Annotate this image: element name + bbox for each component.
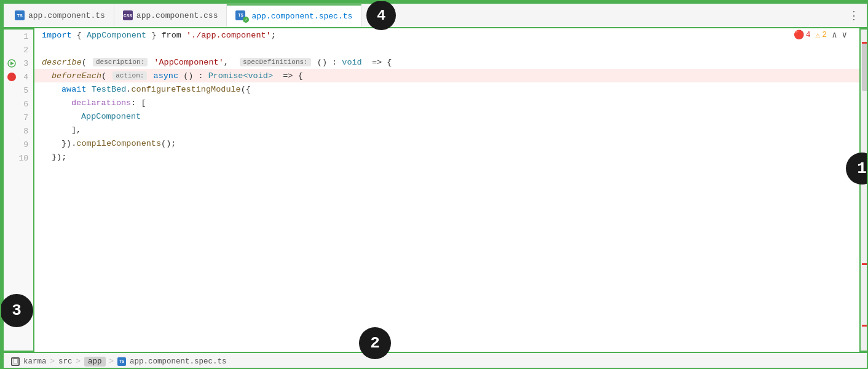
status-bar: □ karma > src > app > TS app.component.s… xyxy=(2,352,868,369)
code-line-4: beforeEach( action: async () : Promise<v… xyxy=(34,69,859,82)
line-num-8: 8 xyxy=(4,124,33,138)
svg-marker-1 xyxy=(10,62,14,65)
editor-container: TS app.component.ts CSS app.component.cs… xyxy=(1,1,868,369)
nav-up[interactable]: ∧ xyxy=(832,30,837,40)
line-num-10: 10 xyxy=(4,151,33,165)
line-numbers: 1 2 3 4 5 6 7 8 9 xyxy=(2,28,34,352)
code-area[interactable]: 🔴 4 ⚠ 2 ∧ ∨ import { AppComponent } from… xyxy=(34,28,859,352)
scrollbar-mark-3 xyxy=(862,325,868,327)
status-sep-2: > xyxy=(76,357,81,366)
scrollbar-mark-2 xyxy=(862,263,868,265)
tab-label: app.component.css xyxy=(136,11,218,20)
status-filename: app.component.spec.ts xyxy=(130,357,227,366)
tab-app-spec[interactable]: TS ✓ app.component.spec.ts xyxy=(227,4,361,26)
code-line-2 xyxy=(34,42,859,55)
badge-3: 3 xyxy=(0,294,33,327)
code-line-3: describe( description: 'AppComponent', s… xyxy=(34,55,859,69)
run-indicator xyxy=(7,59,16,68)
line-num-6: 6 xyxy=(4,97,33,111)
code-line-8: ], xyxy=(34,123,859,137)
css-icon: CSS xyxy=(123,10,133,20)
ts-spec-icon: TS ✓ xyxy=(235,10,248,22)
status-app: app xyxy=(84,357,106,367)
tab-label: app.component.ts xyxy=(28,11,105,20)
line-num-3: 3 xyxy=(4,57,33,70)
breakpoint-dot xyxy=(7,73,16,81)
status-karma: karma xyxy=(23,357,47,366)
tab-app-ts[interactable]: TS app.component.ts xyxy=(6,4,114,26)
line-num-1: 1 xyxy=(4,30,33,43)
code-line-1: import { AppComponent } from './app.comp… xyxy=(34,28,859,42)
error-number: 4 xyxy=(806,30,811,39)
scrollbar-mark-1 xyxy=(862,42,868,44)
badge-2: 2 xyxy=(359,327,391,359)
line-num-9: 9 xyxy=(4,138,33,151)
status-sep-1: > xyxy=(50,357,55,366)
status-sep-3: > xyxy=(109,357,114,366)
tab-more[interactable]: ⋮ xyxy=(843,6,864,25)
tab-bar: TS app.component.ts CSS app.component.cs… xyxy=(2,2,868,28)
ts-status-icon: TS xyxy=(117,357,126,366)
line-num-2: 2 xyxy=(4,43,33,57)
line-num-7: 7 xyxy=(4,111,33,124)
warning-number: 2 xyxy=(822,30,827,39)
scrollbar-thumb[interactable] xyxy=(862,42,868,91)
code-line-5: await TestBed.configureTestingModule({ xyxy=(34,82,859,96)
scrollbar[interactable]: 1 xyxy=(859,28,868,352)
warning-icon: ⚠ xyxy=(815,30,820,40)
error-icon: 🔴 xyxy=(794,30,804,40)
error-count: 🔴 4 xyxy=(794,30,811,40)
tab-app-css[interactable]: CSS app.component.css xyxy=(114,4,227,26)
error-bar: 🔴 4 ⚠ 2 ∧ ∨ xyxy=(794,30,847,40)
line-num-5: 5 xyxy=(4,84,33,97)
badge-4: 4 xyxy=(366,1,396,30)
line-num-4: 4 xyxy=(4,70,33,84)
karma-icon: □ xyxy=(11,357,20,366)
nav-down[interactable]: ∨ xyxy=(842,30,847,40)
code-line-7: AppComponent xyxy=(34,109,859,123)
warning-count: ⚠ 2 xyxy=(815,30,827,40)
ts-icon: TS xyxy=(15,10,25,20)
code-line-10: }); xyxy=(34,150,859,164)
status-src: src xyxy=(58,357,73,366)
code-line-6: declarations: [ xyxy=(34,96,859,109)
content-area: 1 2 3 4 5 6 7 8 9 xyxy=(2,28,868,352)
code-line-9: }).compileComponents(); xyxy=(34,137,859,150)
tab-label: app.component.spec.ts xyxy=(251,12,352,21)
